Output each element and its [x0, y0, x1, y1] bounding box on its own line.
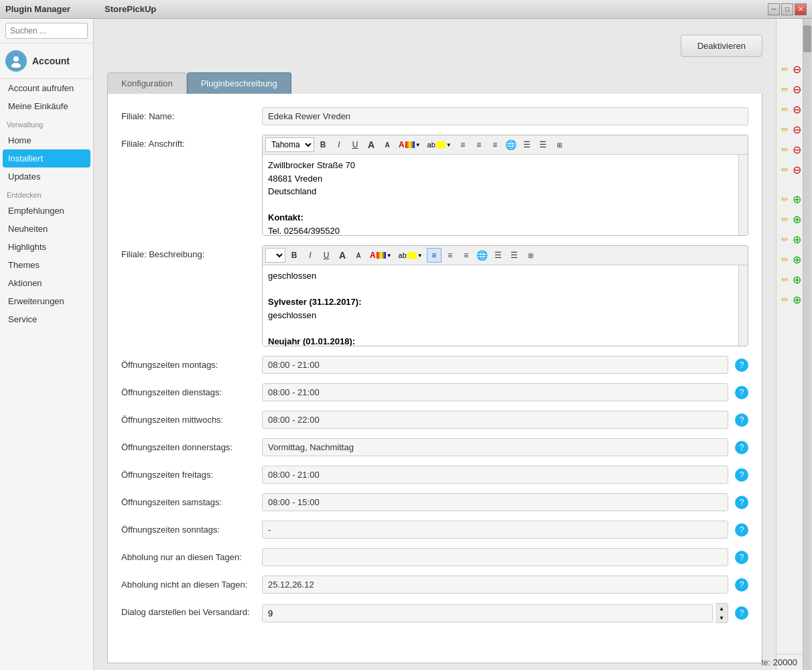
anschrift-align-right[interactable]: ≡ [488, 137, 502, 152]
sidebar-item-themes[interactable]: Themes [0, 256, 93, 274]
remove-btn-5[interactable]: ⊖ [792, 143, 803, 156]
beschreibung-list-ul-btn[interactable]: ☰ [507, 248, 522, 263]
deaktivieren-button[interactable]: Deaktivieren [681, 35, 762, 57]
beschreibung-color-btn[interactable]: A ▼ [367, 249, 395, 262]
beschreibung-align-left[interactable]: ≡ [427, 248, 442, 263]
help-mittwochs[interactable]: ? [735, 413, 748, 427]
remove-btn-3[interactable]: ⊖ [792, 103, 803, 116]
input-samstags[interactable] [262, 493, 728, 511]
edit-add-btn-3[interactable]: ✏ [779, 232, 791, 246]
beschreibung-bgcolor-btn[interactable]: ab ▼ [396, 249, 425, 261]
beschreibung-source-btn[interactable]: ⊞ [523, 248, 538, 263]
help-sonntags[interactable]: ? [735, 523, 748, 537]
edit-btn-3[interactable]: ✏ [779, 103, 791, 116]
help-dienstags[interactable]: ? [735, 386, 748, 399]
beschreibung-italic-btn[interactable]: I [303, 248, 318, 263]
anschrift-font-select[interactable]: Tahoma [265, 137, 314, 152]
input-abholung-nur[interactable] [262, 548, 728, 566]
beschreibung-font-down-btn[interactable]: A [351, 248, 366, 263]
sidebar-item-aktionen[interactable]: Aktionen [0, 274, 93, 292]
add-btn-6[interactable]: ⊕ [792, 293, 803, 306]
tab-konfiguration[interactable]: Konfiguration [107, 72, 187, 94]
remove-btn-6[interactable]: ⊖ [792, 163, 803, 176]
anschrift-bgcolor-btn[interactable]: ab ▼ [425, 139, 454, 151]
anschrift-underline-btn[interactable]: U [348, 137, 362, 152]
sidebar-item-highlights[interactable]: Highlights [0, 238, 93, 256]
beschreibung-underline-btn[interactable]: U [319, 248, 334, 263]
add-btn-2[interactable]: ⊕ [792, 212, 803, 226]
help-dialog[interactable]: ? [735, 606, 748, 620]
spinner-down-btn[interactable]: ▼ [716, 613, 728, 622]
sidebar-item-erweiterungen[interactable]: Erweiterungen [0, 292, 93, 310]
beschreibung-list-ol-btn[interactable]: ☰ [491, 248, 506, 263]
anschrift-align-center[interactable]: ≡ [472, 137, 486, 152]
input-filiale-name[interactable] [262, 107, 748, 125]
beschreibung-align-center[interactable]: ≡ [443, 248, 458, 263]
edit-btn-1[interactable]: ✏ [779, 62, 791, 76]
input-montags[interactable] [262, 356, 728, 374]
input-dialog[interactable] [262, 604, 713, 622]
scroll-thumb[interactable] [803, 25, 811, 52]
remove-btn-2[interactable]: ⊖ [792, 82, 803, 96]
anschrift-scrollbar[interactable] [738, 155, 748, 235]
help-abholung-nicht[interactable]: ? [735, 578, 748, 592]
sidebar-item-neuheiten[interactable]: Neuheiten [0, 220, 93, 238]
sidebar-item-home[interactable]: Home [0, 131, 93, 149]
help-abholung-nur[interactable]: ? [735, 551, 748, 564]
anschrift-bold-btn[interactable]: B [316, 137, 330, 152]
edit-add-btn-1[interactable]: ✏ [779, 192, 791, 206]
sidebar-item-service[interactable]: Service [0, 310, 93, 328]
help-samstags[interactable]: ? [735, 496, 748, 509]
input-mittwochs[interactable] [262, 411, 728, 429]
edit-btn-2[interactable]: ✏ [779, 82, 791, 96]
input-sonntags[interactable] [262, 521, 728, 539]
help-montags[interactable]: ? [735, 358, 748, 372]
edit-btn-4[interactable]: ✏ [779, 123, 791, 136]
add-btn-3[interactable]: ⊕ [792, 232, 803, 246]
search-input[interactable] [5, 23, 88, 39]
anschrift-font-up-btn[interactable]: A [364, 137, 379, 152]
add-btn-5[interactable]: ⊕ [792, 273, 803, 286]
anschrift-font-down-btn[interactable]: A [380, 137, 395, 152]
anschrift-italic-btn[interactable]: I [332, 137, 346, 152]
remove-btn-4[interactable]: ⊖ [792, 123, 803, 136]
anschrift-list-ul-btn[interactable]: ☰ [536, 137, 551, 152]
anschrift-link-btn[interactable]: 🌐 [504, 137, 519, 152]
anschrift-list-ol-btn[interactable]: ☰ [520, 137, 535, 152]
input-freitags[interactable] [262, 466, 728, 484]
add-btn-1[interactable]: ⊕ [792, 192, 803, 206]
anschrift-color-btn[interactable]: A ▼ [396, 138, 423, 151]
minimize-button[interactable]: ─ [768, 3, 780, 15]
add-btn-4[interactable]: ⊕ [792, 253, 803, 266]
edit-add-btn-6[interactable]: ✏ [779, 293, 791, 306]
anschrift-align-left[interactable]: ≡ [456, 137, 470, 152]
main-scrollbar[interactable] [803, 19, 812, 670]
sidebar-item-empfehlungen[interactable]: Empfehlungen [0, 202, 93, 220]
edit-btn-5[interactable]: ✏ [779, 143, 791, 156]
beschreibung-align-right[interactable]: ≡ [459, 248, 474, 263]
maximize-button[interactable]: □ [781, 3, 793, 15]
spinner-up-btn[interactable]: ▲ [716, 604, 728, 613]
sidebar-item-updates[interactable]: Updates [0, 168, 93, 186]
edit-add-btn-2[interactable]: ✏ [779, 212, 791, 226]
beschreibung-font-up-btn[interactable]: A [335, 248, 350, 263]
edit-add-btn-4[interactable]: ✏ [779, 253, 791, 266]
beschreibung-link-btn[interactable]: 🌐 [475, 248, 490, 263]
input-abholung-nicht[interactable] [262, 576, 728, 594]
help-donnerstags[interactable]: ? [735, 441, 748, 454]
sidebar-item-installiert[interactable]: Installiert [3, 149, 90, 168]
edit-btn-6[interactable]: ✏ [779, 163, 791, 176]
anschrift-content[interactable]: Zwillbrocker Straße 70 48681 Vreden Deut… [263, 155, 738, 235]
tab-pluginbeschreibung[interactable]: Pluginbeschreibung [187, 72, 291, 94]
beschreibung-font-select[interactable] [265, 248, 285, 263]
remove-btn-1[interactable]: ⊖ [792, 62, 803, 76]
sidebar-item-account-aufrufen[interactable]: Account aufrufen [0, 79, 93, 97]
close-button[interactable]: ✕ [795, 3, 807, 15]
beschreibung-content[interactable]: geschlossen Sylvester (31.12.2017): gesc… [263, 265, 738, 346]
beschreibung-scrollbar[interactable] [738, 265, 748, 346]
input-donnerstags[interactable] [262, 438, 728, 456]
input-dienstags[interactable] [262, 383, 728, 401]
beschreibung-bold-btn[interactable]: B [287, 248, 301, 263]
sidebar-item-meine-einkaeufe[interactable]: Meine Einkäufe [0, 97, 93, 115]
anschrift-source-btn[interactable]: ⊞ [552, 137, 567, 152]
